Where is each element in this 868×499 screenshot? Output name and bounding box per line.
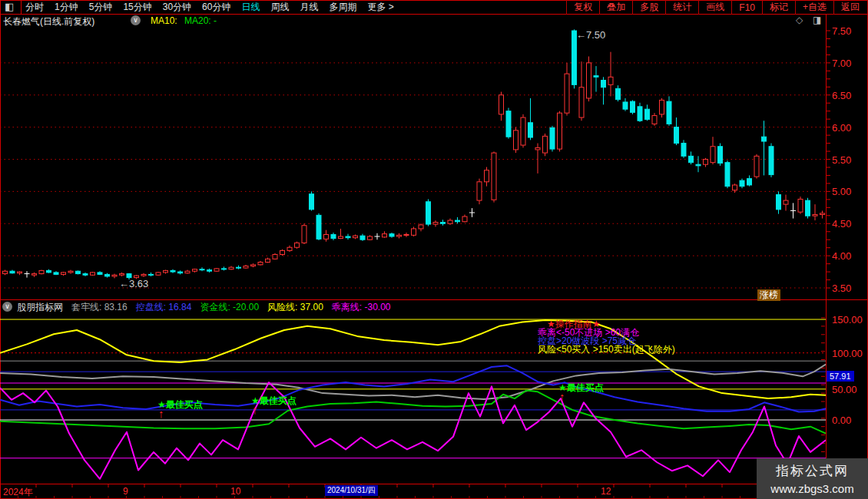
low-annotation: ←3.63 [119,278,148,289]
period-tabs: 分时1分钟5分钟15分钟30分钟60分钟日线周线月线多周期更多 > [25,0,394,15]
candle-body [316,215,321,239]
price-gridlines [0,63,826,288]
buy-arrow-icon: ↑ [252,405,258,415]
candle-body [68,271,73,273]
indicator-header: 股朋指标网套牢线: 83.16控盘线: 16.84资金线: -20.00风险线:… [17,301,391,314]
candle-body [353,236,358,238]
chart-graphics[interactable] [0,0,868,499]
window-layout-icon[interactable]: ◧ [5,2,14,12]
candle-body [638,107,642,121]
period-tab[interactable]: 5分钟 [89,1,113,14]
candle-body [383,234,387,237]
candle-body [499,95,504,114]
date-axis-label: 10 [230,486,240,497]
period-tab[interactable]: 周线 [270,1,289,14]
guide-line-4: 风险<50买入 >150卖出(起飞除外) [538,345,675,354]
toolbar-action-button[interactable]: 画线 [698,0,731,15]
indicator-reading: 风险线: 37.00 [267,301,323,314]
candle-body [39,270,44,273]
rank-badge[interactable]: 涨榜 [757,289,780,301]
period-tab[interactable]: 月线 [300,1,318,14]
candle-body [667,101,671,124]
candle-body [660,100,664,114]
toolbar-action-button[interactable]: 统计 [665,0,698,15]
candle-body [237,267,241,268]
candle-body [616,88,621,99]
candle-body [112,275,117,276]
period-tab[interactable]: 60分钟 [202,1,230,14]
price-axis-label: 4.50 [832,218,851,230]
candle-body [543,136,548,153]
period-tab[interactable]: 分时 [25,1,44,14]
candle-body [514,131,518,150]
chart-title-bar: 长春燃气(日线.前复权) ∨ MA10: MA20: - ◇ ◨ [0,15,826,26]
best-buy-point-label: ★最佳买点 [157,398,203,411]
risk-line-yellow [0,320,826,398]
candle-body [360,236,365,240]
window-split-icon[interactable]: ◨ [813,15,821,25]
candle-body [207,270,212,272]
candle-body [565,74,569,113]
candle-body [441,223,446,224]
toolbar-action-button[interactable]: F10 [731,0,762,15]
toolbar-action-button[interactable]: +自选 [795,0,833,15]
date-axis-label: 12 [601,486,611,497]
candle-body [302,226,306,243]
toolbar-action-button[interactable]: 叠加 [599,0,632,15]
chevron-down-icon[interactable]: ∨ [131,15,141,25]
candle-body [652,116,657,124]
period-tab[interactable]: 15分钟 [123,1,151,14]
toolbar-actions: 复权叠加多股统计画线F10标记+自选返回 [566,0,866,15]
indicator-chevron-icon[interactable]: ∨ [2,302,12,312]
price-axis-label: 5.50 [832,154,851,166]
candle-body [623,102,628,109]
period-tab[interactable]: 更多 > [367,1,393,14]
indicator-reading: 套牢线: 83.16 [71,301,128,314]
candle-body [798,199,803,212]
candle-body [295,243,300,247]
period-tab[interactable]: 多周期 [329,1,356,14]
best-buy-point-label: ★最佳买点 [558,382,604,395]
candle-body [120,274,124,276]
candle-body [740,180,744,187]
candle-body [127,274,131,278]
toolbar-action-button[interactable]: 返回 [833,0,866,15]
candle-body [310,194,314,210]
candle-body [747,179,752,185]
candle-body [696,164,701,166]
candle-body [397,235,402,236]
candle-body [608,77,613,84]
period-tab[interactable]: 1分钟 [55,1,78,14]
candle-body [645,109,650,119]
candle-body [506,111,511,137]
candle-body [419,225,423,229]
candle-body [725,163,730,187]
watermark: 指标公式网 www.zbgs3.com [757,458,868,499]
candle-body [485,170,489,182]
toolbar-action-button[interactable]: 多股 [632,0,665,15]
candle-body [287,247,292,250]
candle-body [331,234,336,238]
toolbar-action-button[interactable]: 复权 [566,0,599,15]
indicator-axis-highlight: 57.91 [827,371,854,382]
candle-body [389,234,394,236]
candle-body [149,274,154,275]
indicator-source-label[interactable]: 股朋指标网 [17,301,63,314]
candle-body [404,234,409,235]
price-axis-label: 7.00 [832,58,851,69]
buy-arrow-icon: ↑ [158,408,164,419]
toolbar-action-button[interactable]: 标记 [762,0,795,15]
date-axis-ticks [18,484,813,499]
candle-body [185,271,190,273]
diamond-icon[interactable]: ◇ [796,15,803,25]
candle-body [171,270,175,272]
candle-body [433,223,438,225]
candle-body [324,234,329,239]
candle-body [54,273,58,275]
candle-body [214,269,219,271]
candle-body [83,274,88,276]
candle-body [76,271,81,273]
period-tab[interactable]: 30分钟 [163,1,191,14]
period-tab[interactable]: 日线 [241,1,260,14]
candle-body [711,147,715,163]
